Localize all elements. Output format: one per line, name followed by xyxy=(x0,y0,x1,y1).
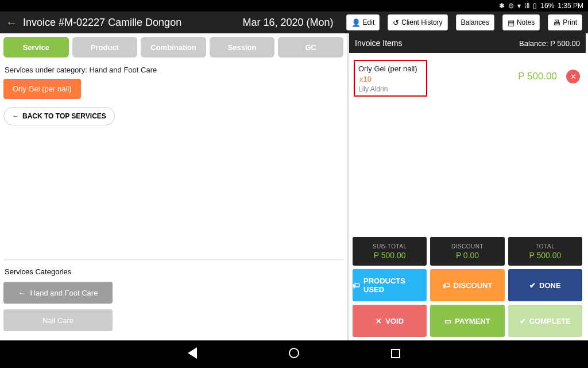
discount-btn-label: DISCOUNT xyxy=(454,281,493,290)
tab-session[interactable]: Session xyxy=(210,37,275,57)
client-history-button[interactable]: ↺Client History xyxy=(388,14,447,30)
arrow-left-icon: ← xyxy=(12,112,19,120)
wifi-icon: ▾ xyxy=(517,2,521,10)
done-label: DONE xyxy=(539,281,561,290)
total-label: TOTAL xyxy=(535,243,555,250)
client-history-label: Client History xyxy=(401,18,442,26)
discount-label: DISCOUNT xyxy=(451,243,483,250)
tab-combination[interactable]: Combination xyxy=(141,37,206,57)
subtotal-box: SUB-TOTAL P 500.00 xyxy=(353,237,427,266)
square-recent-icon xyxy=(391,349,400,358)
subtotal-label: SUB-TOTAL xyxy=(373,243,407,250)
back-to-top-services-button[interactable]: ← BACK TO TOP SERVICES xyxy=(3,107,115,125)
nav-back-button[interactable] xyxy=(188,347,197,362)
invoice-items-title: Invoice Items xyxy=(355,39,402,48)
battery-icon: ▯ xyxy=(533,2,537,10)
history-icon: ↺ xyxy=(393,18,399,27)
edit-label: Edit xyxy=(363,18,375,26)
person-icon: 👤 xyxy=(351,18,361,27)
total-box: TOTAL P 500.00 xyxy=(508,237,582,266)
left-panel: Service Product Combination Session GC S… xyxy=(0,33,349,340)
battery-percent: 16% xyxy=(540,2,554,10)
invoice-balance: Balance: P 500.00 xyxy=(519,39,580,48)
signal-icon: ⁞ll xyxy=(524,2,529,10)
android-nav-bar xyxy=(0,340,588,368)
discount-button[interactable]: 🏷DISCOUNT xyxy=(430,269,504,301)
clock: 1:35 PM xyxy=(558,2,583,10)
dnd-icon: ⊖ xyxy=(508,2,514,10)
payment-button[interactable]: ▭PAYMENT xyxy=(430,305,504,337)
nav-recent-button[interactable] xyxy=(391,348,400,361)
services-categories-label: Services Categories xyxy=(5,267,343,276)
invoice-item-qty: x10 xyxy=(359,75,372,83)
arrow-left-icon: ← xyxy=(18,289,26,297)
complete-button[interactable]: ✔COMPLETE xyxy=(508,305,582,337)
notes-button[interactable]: ▤Notes xyxy=(502,14,540,30)
tab-product[interactable]: Product xyxy=(72,37,138,57)
payment-label: PAYMENT xyxy=(455,317,490,325)
invoice-item-name: Orly Gel (per nail) xyxy=(358,64,417,73)
void-label: VOID xyxy=(385,317,404,325)
discount-box: DISCOUNT P 0.00 xyxy=(430,237,504,266)
check-icon: ✔ xyxy=(529,281,536,290)
category-tabs: Service Product Combination Session GC xyxy=(3,37,343,57)
android-status-bar: ✱ ⊖ ▾ ⁞ll ▯ 16% 1:35 PM xyxy=(0,0,588,12)
back-to-top-label: BACK TO TOP SERVICES xyxy=(22,112,106,120)
tag-icon: 🏷 xyxy=(353,281,360,290)
category-nail-care[interactable]: Nail Care xyxy=(3,309,113,331)
invoice-item-row[interactable]: Orly Gel (per nail) x10 Lily Aldrin P 50… xyxy=(349,53,586,100)
category-hand-label: Hand and Foot Care xyxy=(30,289,98,297)
products-used-label: PRODUCTS USED xyxy=(363,277,427,294)
print-label: Print xyxy=(563,18,577,26)
done-button[interactable]: ✔DONE xyxy=(508,269,582,301)
close-icon: ✕ xyxy=(376,317,382,325)
cash-icon: ▭ xyxy=(444,317,451,325)
delete-item-button[interactable]: ✕ xyxy=(566,70,580,83)
nav-home-button[interactable] xyxy=(289,348,299,361)
tab-gc[interactable]: GC xyxy=(278,37,343,57)
right-panel: Invoice Items Balance: P 500.00 Orly Gel… xyxy=(349,33,586,340)
bluetooth-icon: ✱ xyxy=(499,2,505,10)
category-hand-foot-care[interactable]: ← Hand and Foot Care xyxy=(3,282,113,304)
invoice-item-highlight: Orly Gel (per nail) x10 Lily Aldrin xyxy=(354,60,427,97)
tab-service[interactable]: Service xyxy=(3,37,69,57)
notes-icon: ▤ xyxy=(508,18,514,27)
invoice-item-price: P 500.00 xyxy=(518,71,557,82)
complete-label: COMPLETE xyxy=(529,317,571,325)
check-icon: ✔ xyxy=(520,317,526,325)
action-buttons: 🏷PRODUCTS USED 🏷DISCOUNT ✔DONE ✕VOID ▭PA… xyxy=(349,269,586,340)
circle-home-icon xyxy=(289,348,299,358)
notes-label: Notes xyxy=(517,18,535,26)
invoice-date: Mar 16, 2020 (Mon) xyxy=(242,17,333,29)
services-categories-section: Services Categories ← Hand and Foot Care… xyxy=(3,259,343,337)
balances-label: Balances xyxy=(461,18,489,26)
page-title: Invoice #M-02227 Camille Dongon xyxy=(23,17,181,29)
balances-button[interactable]: Balances xyxy=(456,14,494,30)
totals-row: SUB-TOTAL P 500.00 DISCOUNT P 0.00 TOTAL… xyxy=(349,233,586,269)
void-button[interactable]: ✕VOID xyxy=(353,305,427,337)
invoice-items-header: Invoice Items Balance: P 500.00 xyxy=(349,33,586,53)
products-used-button[interactable]: 🏷PRODUCTS USED xyxy=(353,269,427,301)
total-value: P 500.00 xyxy=(529,251,561,260)
print-icon: 🖶 xyxy=(553,18,560,27)
triangle-back-icon xyxy=(188,347,197,359)
services-under-label: Services under category: Hand and Foot C… xyxy=(5,66,343,74)
back-arrow-icon[interactable]: ← xyxy=(6,16,17,29)
discount-value: P 0.00 xyxy=(456,251,479,260)
subtotal-value: P 500.00 xyxy=(374,251,406,260)
app-header: ← Invoice #M-02227 Camille Dongon Mar 16… xyxy=(0,12,588,33)
tag-icon: 🏷 xyxy=(443,281,450,290)
edit-button[interactable]: 👤Edit xyxy=(346,14,380,30)
invoice-item-staff: Lily Aldrin xyxy=(358,85,423,93)
print-button[interactable]: 🖶Print xyxy=(548,14,582,30)
main-content: Service Product Combination Session GC S… xyxy=(0,33,588,340)
service-orly-gel[interactable]: Orly Gel (per nail) xyxy=(3,79,81,99)
